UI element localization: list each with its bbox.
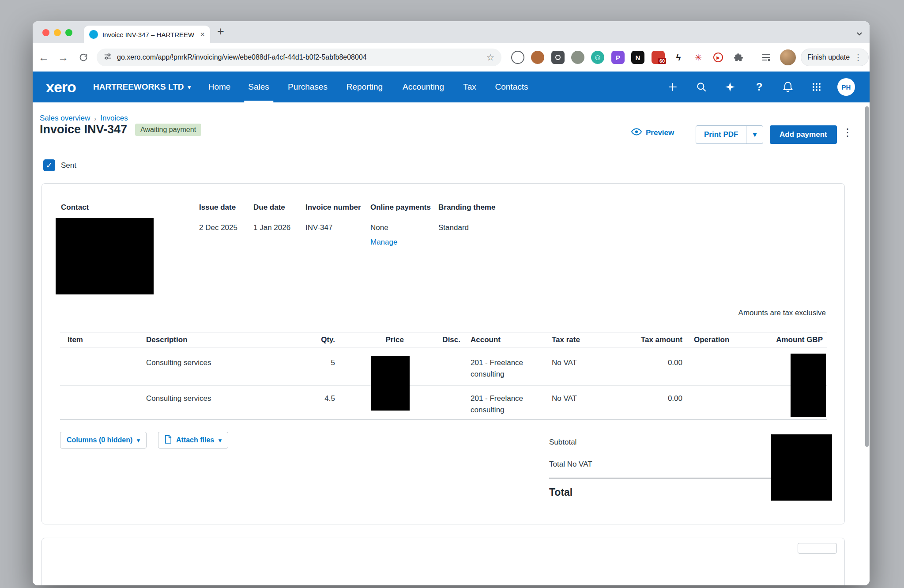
row-tax-rate: No VAT [552, 357, 577, 369]
play-extension-icon[interactable]: ▶ [712, 51, 725, 64]
extension-icon-2[interactable] [531, 51, 544, 64]
tab-search-chevron-icon[interactable] [856, 30, 863, 38]
invoice-number-label: Invoice number [305, 203, 361, 212]
reload-button[interactable] [75, 49, 91, 65]
total-no-vat-label: Total No VAT [549, 460, 592, 469]
print-pdf-split-button[interactable]: Print PDF ▾ [696, 125, 763, 144]
redacted-total-amounts [771, 434, 832, 501]
browser-tab[interactable]: Invoice INV-347 – HARTREEW × [84, 26, 210, 43]
new-tab-button[interactable]: + [217, 25, 224, 38]
lightning-extension-icon[interactable]: ϟ [672, 51, 685, 64]
columns-caret-icon: ▾ [137, 437, 140, 444]
bookmark-star-icon[interactable]: ☆ [486, 52, 494, 63]
help-icon[interactable]: ? [756, 81, 763, 93]
header-tax-amount: Tax amount [641, 332, 682, 347]
nav-purchases[interactable]: Purchases [288, 72, 328, 102]
row-description: Consulting services [146, 393, 211, 404]
secondary-card [41, 538, 845, 585]
table-row[interactable]: Consulting services 5 201 - Freelance co… [60, 347, 827, 385]
smiley-extension-icon[interactable]: ☺ [591, 51, 604, 64]
issue-date-value: 2 Dec 2025 [199, 223, 237, 232]
print-pdf-label[interactable]: Print PDF [696, 126, 746, 143]
address-bar[interactable]: go.xero.com/app/!pnrkR/invoicing/view/eb… [97, 49, 501, 66]
add-plus-icon[interactable] [667, 81, 678, 93]
forward-button[interactable]: → [55, 49, 71, 65]
row-account: 201 - Freelance consulting [471, 393, 548, 416]
sent-label: Sent [61, 161, 76, 170]
ai-sparkle-icon[interactable] [724, 81, 736, 93]
user-avatar[interactable]: PH [837, 78, 855, 96]
xero-logo[interactable]: xero [46, 79, 76, 96]
add-payment-button[interactable]: Add payment [770, 125, 837, 144]
extension-icon-p[interactable]: P [611, 51, 625, 64]
subtotal-label: Subtotal [549, 438, 576, 447]
camera-extension-icon[interactable] [551, 51, 565, 64]
columns-button[interactable]: Columns (0 hidden) ▾ [60, 432, 147, 449]
breadcrumb-sales-overview[interactable]: Sales overview [40, 114, 90, 123]
invoice-number-value: INV-347 [305, 223, 332, 232]
print-pdf-caret-icon[interactable]: ▾ [746, 126, 763, 143]
preview-button[interactable]: Preview [631, 128, 674, 138]
minimize-window-button[interactable] [54, 29, 61, 36]
table-row[interactable]: Consulting services 4.5 201 - Freelance … [60, 385, 827, 420]
more-options-kebab-icon[interactable]: ⋮ [842, 126, 853, 139]
org-name: HARTREEWORKS LTD [93, 82, 184, 92]
notifications-bell-icon[interactable] [782, 81, 794, 93]
apps-grid-icon[interactable] [811, 82, 822, 92]
browser-tab-strip: Invoice INV-347 – HARTREEW × + [33, 21, 870, 43]
row-tax-rate: No VAT [552, 393, 577, 404]
sent-checkbox[interactable]: ✓ [43, 159, 55, 171]
site-info-icon[interactable] [104, 53, 112, 62]
breadcrumb-invoices[interactable]: Invoices [100, 114, 128, 123]
finish-update-button[interactable]: Finish update ⋮ [801, 49, 869, 66]
attach-files-button[interactable]: Attach files ▾ [158, 432, 228, 449]
redacted-amount-gbp [791, 354, 826, 417]
search-icon[interactable] [696, 81, 707, 93]
org-selector[interactable]: HARTREEWORKS LTD ▾ [93, 82, 191, 92]
tab-close-icon[interactable]: × [200, 30, 205, 38]
nav-accounting[interactable]: Accounting [403, 72, 444, 102]
status-badge: Awaiting payment [135, 124, 201, 136]
row-description: Consulting services [146, 357, 211, 369]
due-date-label: Due date [253, 203, 285, 212]
extension-icon-4[interactable] [571, 51, 584, 64]
close-window-button[interactable] [42, 29, 49, 36]
attach-files-label: Attach files [176, 436, 214, 444]
eye-icon [631, 128, 642, 138]
fullscreen-window-button[interactable] [65, 29, 72, 36]
nav-home[interactable]: Home [208, 72, 231, 102]
header-account: Account [471, 332, 548, 347]
redacted-price [371, 356, 410, 411]
url-text[interactable]: go.xero.com/app/!pnrkR/invoicing/view/eb… [117, 53, 481, 61]
chrome-menu-icon[interactable]: ⋮ [854, 53, 862, 62]
extension-icon-n[interactable]: N [631, 51, 644, 64]
line-items-table: Item Description Qty. Price Disc. Accoun… [60, 332, 827, 420]
finish-update-label: Finish update [807, 53, 850, 61]
table-header-row: Item Description Qty. Price Disc. Accoun… [60, 332, 827, 347]
row-account: 201 - Freelance consulting [471, 357, 548, 380]
org-caret-icon: ▾ [188, 84, 191, 90]
nav-contacts[interactable]: Contacts [495, 72, 528, 102]
reading-list-icon[interactable] [761, 52, 772, 64]
header-disc: Disc. [442, 332, 460, 347]
tax-exclusive-note: Amounts are tax exclusive [738, 309, 826, 317]
header-price: Price [385, 332, 404, 347]
header-tax-rate: Tax rate [552, 332, 580, 347]
title-row: Invoice INV-347 Awaiting payment [40, 123, 201, 136]
manage-link[interactable]: Manage [370, 238, 397, 247]
browser-profile-avatar[interactable] [780, 49, 796, 65]
secondary-card-control[interactable] [798, 543, 837, 554]
issue-date-label: Issue date [199, 203, 236, 212]
extensions-puzzle-icon[interactable] [732, 51, 745, 64]
extension-icon-1[interactable] [511, 51, 524, 64]
row-qty: 5 [331, 357, 335, 369]
back-button[interactable]: ← [36, 49, 52, 65]
attach-caret-icon: ▾ [218, 437, 222, 444]
contact-label: Contact [61, 203, 89, 212]
page-scrollbar[interactable] [865, 106, 869, 447]
user-initials: PH [837, 78, 855, 96]
nav-reporting[interactable]: Reporting [347, 72, 383, 102]
nav-tax[interactable]: Tax [463, 72, 476, 102]
asterisk-extension-icon[interactable]: ✳ [692, 51, 705, 64]
nav-sales[interactable]: Sales [248, 72, 269, 102]
